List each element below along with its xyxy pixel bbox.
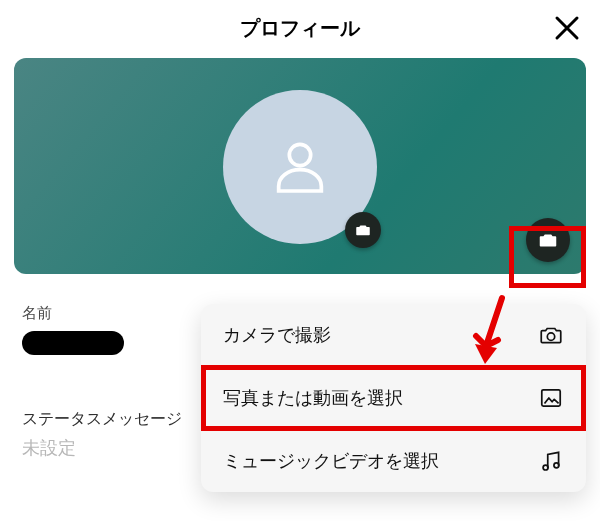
close-icon [552, 13, 582, 43]
page-title: プロフィール [240, 15, 360, 42]
image-icon [538, 385, 564, 411]
svg-point-3 [554, 463, 559, 468]
camera-icon [354, 221, 372, 239]
name-value-redacted [22, 331, 124, 355]
person-icon [268, 135, 332, 199]
avatar-camera-button[interactable] [345, 212, 381, 248]
menu-item-label: 写真または動画を選択 [223, 386, 403, 410]
menu-item-music-video[interactable]: ミュージックビデオを選択 [201, 429, 586, 492]
close-button[interactable] [552, 13, 582, 43]
cover-image [14, 58, 586, 274]
avatar-container [223, 90, 377, 244]
svg-point-0 [547, 333, 554, 340]
music-icon [538, 448, 564, 474]
menu-item-camera[interactable]: カメラで撮影 [201, 304, 586, 366]
svg-point-2 [543, 465, 548, 470]
camera-icon [537, 229, 559, 251]
menu-item-label: カメラで撮影 [223, 323, 331, 347]
svg-rect-1 [542, 390, 560, 406]
cover-photo-menu: カメラで撮影 写真または動画を選択 ミュージックビデオを選択 [201, 304, 586, 492]
camera-outline-icon [538, 322, 564, 348]
cover-camera-button[interactable] [526, 218, 570, 262]
header: プロフィール [0, 0, 600, 56]
menu-item-label: ミュージックビデオを選択 [223, 449, 439, 473]
menu-item-select-media[interactable]: 写真または動画を選択 [201, 366, 586, 429]
